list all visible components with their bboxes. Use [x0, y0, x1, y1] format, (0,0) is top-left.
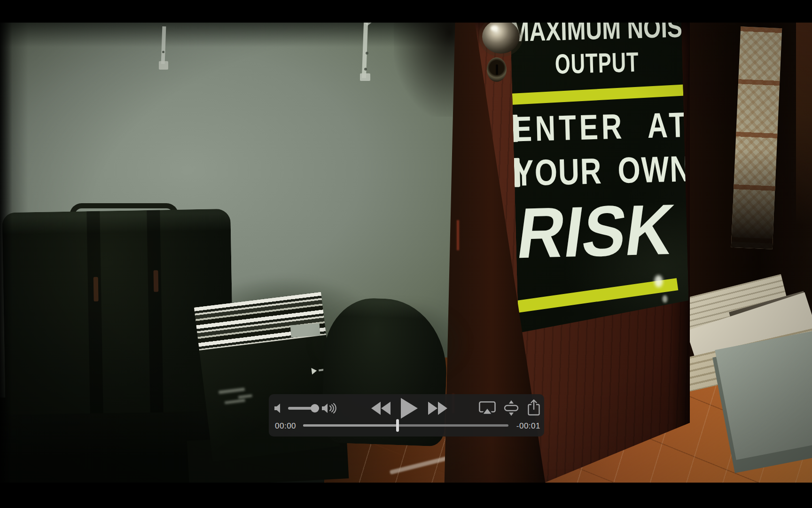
fast-forward-icon: [428, 401, 448, 415]
airplay-button[interactable]: [478, 401, 496, 415]
current-time: 00:00: [275, 421, 296, 431]
bracket-right-foot: [360, 73, 370, 81]
timeline[interactable]: [303, 424, 508, 427]
airplay-icon: [478, 401, 496, 415]
poster: MAXIMUM NOISE OUTPUT ENTER AT YOUR OWN R…: [510, 23, 689, 333]
left-bag-strap2: [147, 210, 164, 412]
letterbox-bottom: [0, 483, 812, 508]
volume-slider[interactable]: [288, 407, 319, 410]
door-knob-glint: [491, 25, 498, 31]
bracket-left-foot: [159, 61, 168, 70]
volume-low-button[interactable]: [273, 402, 285, 414]
volume-low-icon: [273, 403, 284, 413]
screen: MAXIMUM NOISE OUTPUT ENTER AT YOUR OWN R…: [0, 0, 812, 508]
play-icon: [399, 397, 419, 419]
play-button[interactable]: [399, 397, 419, 419]
speed-stepper-icon: [503, 399, 520, 417]
door-keyhole-slot: [496, 64, 498, 75]
letterbox-top: [0, 0, 812, 23]
poster-line-5: RISK: [510, 193, 686, 269]
volume-high-button[interactable]: [321, 402, 337, 415]
share-button[interactable]: [526, 398, 541, 417]
forward-button[interactable]: [428, 401, 448, 415]
left-bag-buckle1: [94, 277, 99, 302]
bracket-right-hole2: [364, 68, 367, 71]
player-bar: 00:00 -00:01: [269, 394, 544, 437]
speed-stepper-button[interactable]: [503, 399, 520, 417]
rewind-icon: [370, 401, 391, 415]
left-bag-buckle2: [153, 270, 158, 292]
bracket-right-hole1: [366, 52, 368, 55]
poster-line-1: MAXIMUM NOISE: [510, 23, 682, 46]
poster-line-2: OUTPUT: [511, 47, 683, 79]
bracket-left-hole: [162, 51, 164, 53]
volume-knob[interactable]: [311, 404, 319, 413]
share-icon: [527, 398, 541, 416]
rewind-button[interactable]: [370, 401, 391, 415]
left-bag-strap1: [86, 211, 103, 413]
remaining-time: -00:01: [516, 421, 540, 431]
poster-glint-2: [662, 295, 667, 302]
top-right-wood-sliver: [796, 23, 812, 225]
door-edge-glint1: [457, 220, 459, 250]
poster-line-4: YOUR OWN: [514, 151, 686, 191]
poster-stripe-top: [510, 84, 689, 105]
playhead[interactable]: [396, 419, 399, 432]
volume-high-icon: [321, 403, 337, 414]
timeline-played: [303, 424, 398, 427]
poster-line-3: ENTER AT: [513, 107, 685, 147]
door-keyhole: [487, 57, 507, 82]
